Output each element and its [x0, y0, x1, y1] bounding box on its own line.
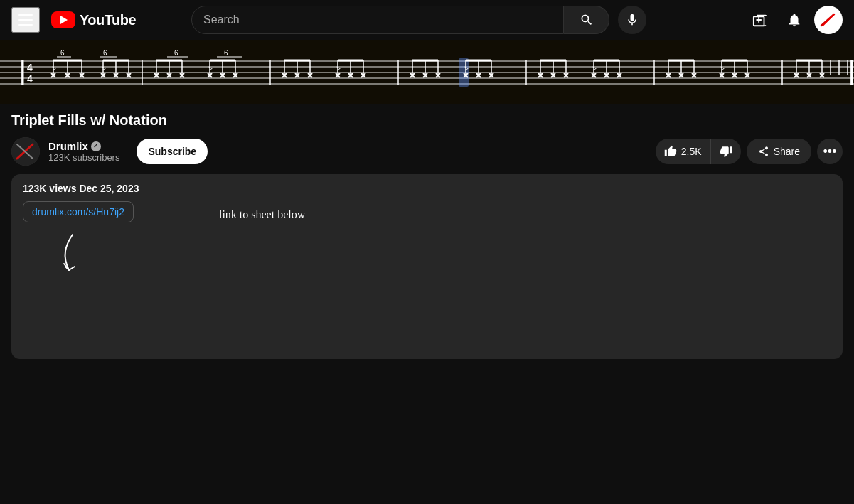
- header-search: [191, 6, 646, 34]
- thumbs-up-icon: [664, 145, 677, 158]
- create-button[interactable]: [746, 6, 774, 34]
- mic-icon: [625, 13, 639, 27]
- desc-left: drumlix.com/s/Hu7ij2: [23, 201, 134, 288]
- youtube-play-icon: [51, 11, 75, 28]
- share-button[interactable]: Share: [747, 139, 811, 164]
- svg-text:>: >: [208, 65, 213, 73]
- channel-info: Drumlix ✓ 123K subscribers: [48, 140, 119, 163]
- channel-row: Drumlix ✓ 123K subscribers Subscribe 2.5…: [11, 137, 843, 166]
- video-player[interactable]: 4 4 6 6 6 6: [0, 40, 854, 104]
- subscriber-count: 123K subscribers: [48, 152, 119, 163]
- header-left: YouTube: [11, 7, 136, 33]
- bell-icon: [786, 12, 802, 28]
- search-input[interactable]: [192, 6, 563, 33]
- share-icon: [758, 146, 769, 157]
- arrow-svg: [51, 231, 108, 288]
- header-right: [746, 6, 843, 34]
- share-label: Share: [774, 146, 800, 157]
- video-title: Triplet Fills w/ Notation: [11, 112, 843, 129]
- like-part[interactable]: 2.5K: [656, 139, 711, 164]
- channel-avatar[interactable]: [11, 137, 40, 166]
- like-dislike-button[interactable]: 2.5K: [656, 139, 741, 164]
- more-dots: •••: [823, 144, 837, 159]
- publish-date-text: Dec 25, 2023: [79, 183, 139, 194]
- svg-text:>: >: [720, 65, 725, 73]
- desc-content-row: drumlix.com/s/Hu7ij2 link to sheet below: [23, 201, 831, 288]
- svg-text:>: >: [52, 65, 56, 73]
- svg-rect-89: [459, 58, 469, 87]
- desc-annotation-area: link to sheet below: [176, 208, 305, 221]
- svg-text:4: 4: [27, 62, 33, 73]
- svg-text:>: >: [102, 65, 106, 73]
- more-actions-button[interactable]: •••: [817, 139, 843, 164]
- verified-badge: ✓: [91, 141, 101, 151]
- svg-text:4: 4: [27, 73, 33, 85]
- drumlix-avatar-icon: [11, 137, 40, 166]
- svg-text:>: >: [464, 65, 469, 73]
- svg-text:6: 6: [103, 49, 107, 57]
- header: YouTube: [0, 0, 854, 40]
- view-count: 123K views: [23, 183, 77, 194]
- create-icon: [752, 12, 768, 28]
- subscribe-button[interactable]: Subscribe: [137, 139, 208, 164]
- search-icon: [580, 13, 594, 27]
- notifications-button[interactable]: [780, 6, 808, 34]
- sheet-music-display: 4 4 6 6 6 6: [0, 40, 854, 104]
- svg-point-0: [818, 10, 838, 30]
- avatar-icon: [818, 10, 838, 30]
- video-info: Triplet Fills w/ Notation Drumlix ✓ 123K…: [0, 104, 854, 166]
- description-box: 123K views Dec 25, 2023 drumlix.com/s/Hu…: [11, 174, 843, 359]
- description-link[interactable]: drumlix.com/s/Hu7ij2: [23, 201, 134, 222]
- search-form: [191, 6, 564, 34]
- avatar: [816, 7, 841, 33]
- sheet-music-svg: 4 4 6 6 6 6: [0, 40, 854, 104]
- channel-name-text[interactable]: Drumlix: [48, 140, 88, 152]
- channel-name-row: Drumlix ✓: [48, 140, 119, 152]
- user-avatar-button[interactable]: [814, 6, 843, 34]
- mic-button[interactable]: [618, 6, 646, 34]
- svg-text:>: >: [592, 65, 597, 73]
- video-meta: 123K views Dec 25, 2023: [23, 183, 831, 194]
- youtube-logo[interactable]: YouTube: [51, 11, 136, 28]
- svg-text:>: >: [336, 65, 341, 73]
- svg-text:6: 6: [60, 49, 65, 57]
- youtube-wordmark: YouTube: [80, 12, 136, 28]
- dislike-part[interactable]: [711, 139, 741, 164]
- like-count: 2.5K: [681, 146, 702, 157]
- svg-text:6: 6: [224, 49, 228, 57]
- description-annotation-text: link to sheet below: [219, 208, 305, 220]
- action-buttons: 2.5K Share •••: [656, 139, 843, 164]
- hamburger-menu-button[interactable]: [11, 7, 40, 33]
- svg-rect-3: [0, 40, 854, 104]
- channel-left: Drumlix ✓ 123K subscribers Subscribe: [11, 137, 208, 166]
- thumbs-down-icon: [720, 145, 732, 158]
- svg-text:6: 6: [174, 49, 178, 57]
- search-button[interactable]: [564, 6, 609, 34]
